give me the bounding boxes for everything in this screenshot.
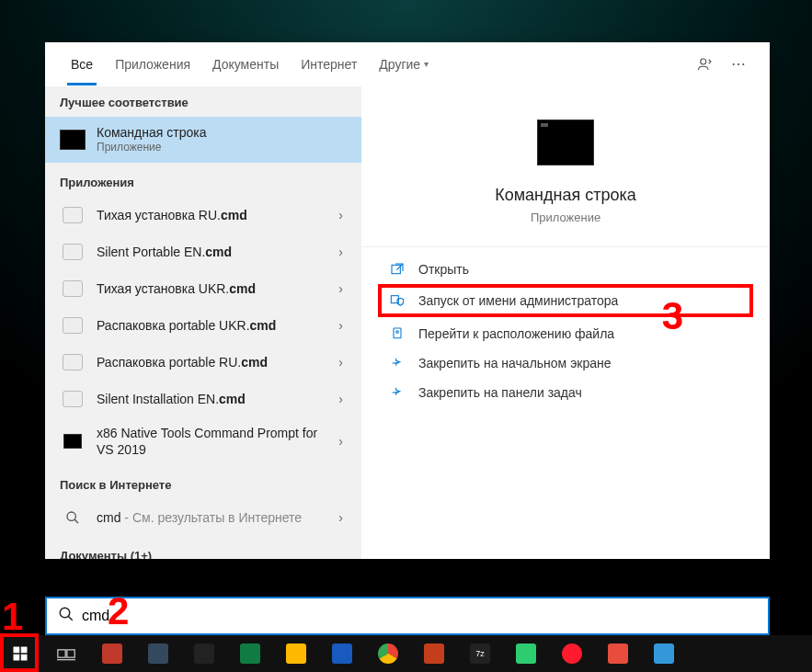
chevron-right-icon[interactable]: ›	[335, 355, 347, 370]
pin-start-icon	[387, 356, 407, 370]
preview-title: Командная строка	[495, 186, 636, 205]
best-match-subtitle: Приложение	[97, 141, 347, 155]
search-icon	[58, 606, 74, 626]
app-result-item[interactable]: Тихая установка UKR.cmd ›	[45, 270, 361, 307]
taskbar-app-excel[interactable]	[234, 639, 267, 668]
more-icon[interactable]: ⋯	[722, 48, 755, 81]
section-documents[interactable]: Документы (1+)	[45, 536, 361, 559]
cmd-icon	[60, 129, 86, 151]
section-apps: Приложения	[45, 163, 361, 197]
svg-point-6	[396, 331, 399, 334]
svg-line-8	[68, 616, 73, 621]
action-open[interactable]: Открыть	[361, 255, 770, 284]
chevron-right-icon[interactable]: ›	[335, 392, 347, 406]
open-icon	[387, 262, 407, 277]
taskbar-app[interactable]	[142, 639, 175, 668]
best-match-item[interactable]: Командная строка Приложение	[45, 117, 361, 163]
tab-apps[interactable]: Приложения	[104, 42, 201, 85]
file-icon	[60, 351, 86, 373]
section-web: Поиск в Интернете	[45, 465, 361, 499]
svg-rect-12	[21, 655, 28, 661]
web-search-item[interactable]: cmd - См. результаты в Интернете ›	[45, 499, 361, 536]
svg-rect-10	[21, 647, 28, 654]
taskbar-app[interactable]	[96, 639, 129, 668]
annotation-box-3: Запуск от имени администратора	[378, 284, 753, 317]
file-icon	[60, 241, 86, 263]
search-bar[interactable]	[45, 597, 770, 635]
chevron-right-icon[interactable]: ›	[335, 434, 347, 449]
pin-taskbar-icon	[387, 385, 407, 400]
chevron-right-icon[interactable]: ›	[335, 318, 347, 333]
chevron-right-icon[interactable]: ›	[335, 510, 347, 525]
taskbar-app-word[interactable]	[326, 639, 359, 668]
feedback-icon[interactable]	[689, 48, 722, 81]
taskbar-app-opera[interactable]	[555, 639, 589, 668]
search-input[interactable]	[82, 608, 757, 624]
action-pin-taskbar[interactable]: Закрепить на панели задач	[361, 378, 770, 407]
annotation-number-1: 1	[2, 595, 23, 639]
svg-line-2	[74, 519, 78, 523]
chevron-right-icon[interactable]: ›	[335, 245, 347, 259]
preview-subtitle: Приложение	[531, 211, 600, 224]
tab-all[interactable]: Все	[60, 42, 104, 85]
svg-rect-9	[14, 647, 20, 654]
taskbar: 7z	[0, 635, 812, 672]
cmd-icon	[60, 430, 86, 452]
admin-shield-icon	[387, 293, 407, 308]
preview-pane: Командная строка Приложение Открыть Запу…	[361, 86, 770, 559]
app-result-item[interactable]: Silent Installation EN.cmd ›	[45, 381, 361, 417]
svg-point-0	[701, 59, 706, 64]
app-result-item[interactable]: Распаковка portable UKR.cmd ›	[45, 307, 361, 344]
app-result-item[interactable]: Распаковка portable RU.cmd ›	[45, 344, 361, 381]
search-results-panel: Все Приложения Документы Интернет Другие…	[45, 42, 770, 559]
taskbar-app-chrome[interactable]	[372, 639, 405, 668]
folder-location-icon	[387, 326, 407, 341]
tab-internet[interactable]: Интернет	[290, 42, 368, 85]
preview-thumbnail	[537, 120, 594, 165]
taskbar-app[interactable]	[188, 639, 221, 668]
svg-point-1	[67, 512, 75, 520]
results-list: Лучшее соответствие Командная строка При…	[45, 86, 361, 559]
start-button[interactable]	[4, 639, 37, 668]
action-open-file-location[interactable]: Перейти к расположению файла	[361, 319, 770, 348]
taskbar-app-explorer[interactable]	[280, 639, 313, 668]
chevron-right-icon[interactable]: ›	[335, 208, 347, 222]
app-result-item[interactable]: Тихая установка RU.cmd ›	[45, 197, 361, 233]
tab-other[interactable]: Другие▾	[368, 42, 440, 85]
file-icon	[60, 314, 86, 336]
svg-point-7	[60, 608, 70, 618]
tab-documents[interactable]: Документы	[201, 42, 290, 85]
taskbar-app-powerpoint[interactable]	[417, 639, 451, 668]
svg-rect-13	[58, 650, 65, 657]
chevron-right-icon[interactable]: ›	[335, 281, 347, 296]
svg-rect-3	[392, 265, 400, 273]
taskbar-app[interactable]	[509, 639, 543, 668]
svg-rect-11	[14, 655, 20, 661]
action-run-as-admin[interactable]: Запуск от имени администратора	[382, 288, 749, 313]
file-icon	[60, 204, 86, 226]
chevron-down-icon: ▾	[424, 59, 429, 69]
app-result-item[interactable]: x86 Native Tools Command Prompt for VS 2…	[45, 417, 361, 465]
taskbar-app[interactable]	[601, 639, 635, 668]
search-icon	[60, 507, 86, 529]
taskbar-app-7zip[interactable]: 7z	[463, 639, 497, 668]
top-tabs: Все Приложения Документы Интернет Другие…	[45, 42, 770, 86]
section-best-match: Лучшее соответствие	[45, 86, 361, 117]
svg-rect-14	[67, 650, 74, 657]
task-view-button[interactable]	[50, 639, 83, 668]
file-icon	[60, 388, 86, 410]
taskbar-app[interactable]	[647, 639, 680, 668]
file-icon	[60, 278, 86, 300]
best-match-title: Командная строка	[97, 124, 347, 141]
action-pin-start[interactable]: Закрепить на начальном экране	[361, 348, 770, 378]
app-result-item[interactable]: Silent Portable EN.cmd ›	[45, 233, 361, 270]
